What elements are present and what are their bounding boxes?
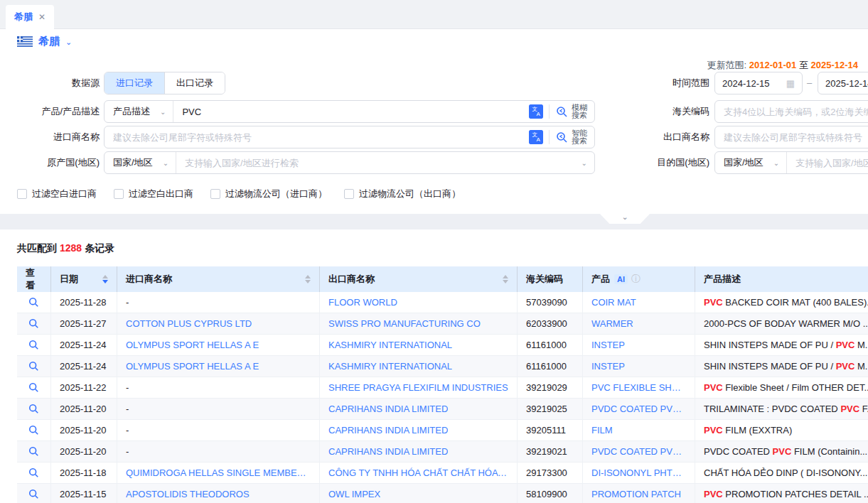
segment-export-records[interactable]: 出口记录 xyxy=(164,72,225,94)
view-record-button[interactable] xyxy=(28,361,39,372)
smart-search-button[interactable]: 智能 搜索 xyxy=(550,126,594,148)
view-record-button[interactable] xyxy=(28,425,39,436)
hs-code-input[interactable] xyxy=(715,107,868,117)
info-icon[interactable]: ⓘ xyxy=(631,273,641,286)
product-cell: INSTEP xyxy=(583,356,695,377)
product-cell: DI-ISONONYL PHTHA... xyxy=(583,463,695,484)
breadcrumb[interactable]: 希腊 ⌄ xyxy=(17,35,72,48)
search-icon xyxy=(28,425,39,436)
date-start-input-box[interactable]: ▦ xyxy=(714,72,803,94)
chevron-down-icon: ⌄ xyxy=(163,159,168,167)
sort-icon[interactable] xyxy=(497,275,508,283)
date-end-input-box[interactable] xyxy=(818,72,868,94)
segment-import-records[interactable]: 进口记录 xyxy=(105,72,164,94)
exporter-cell: CÔNG TY TNHH HÓA CHẤT CHẤT HÓA DẺ... xyxy=(320,463,518,484)
importer-link[interactable]: COTTON PLUS CYPRUS LTD xyxy=(126,318,252,329)
importer-link[interactable]: OLYMPUS SPORT HELLAS A E xyxy=(126,340,259,350)
description-cell: PVC FILM (EXXTRA) xyxy=(695,420,868,441)
exporter-link[interactable]: KASHMIRY INTERNATIONAL xyxy=(328,361,452,372)
exporter-link[interactable]: SHREE PRAGYA FLEXIFILM INDUSTRIES xyxy=(328,382,508,393)
exporter-link[interactable]: FLOOR WORLD xyxy=(328,297,397,308)
exporter-link[interactable]: CÔNG TY TNHH HÓA CHẤT CHẤT HÓA DẺ... xyxy=(328,467,508,478)
checkbox-filter-logistics-importer[interactable]: 过滤物流公司（进口商） xyxy=(210,188,327,200)
importer-link[interactable]: QUIMIDROGA HELLAS SINGLE MEMBER PC xyxy=(126,467,311,478)
hs-code-cell: 61161000 xyxy=(518,335,583,356)
importer-link[interactable]: OLYMPUS SPORT HELLAS A E xyxy=(126,361,259,372)
view-record-button[interactable] xyxy=(28,382,39,393)
col-header-exporter[interactable]: 出口商名称 xyxy=(320,266,518,292)
search-icon xyxy=(28,489,39,499)
date-end-input[interactable] xyxy=(825,78,868,89)
sort-icon[interactable] xyxy=(299,275,311,283)
sort-icon[interactable] xyxy=(97,275,108,283)
exporter-link[interactable]: CAPRIHANS INDIA LIMITED xyxy=(328,404,448,414)
checkbox-icon[interactable] xyxy=(114,189,124,199)
greece-flag-icon xyxy=(17,36,33,47)
checkbox-icon[interactable] xyxy=(344,189,354,199)
checkbox-filter-blank-importer[interactable]: 过滤空白进口商 xyxy=(17,188,97,200)
dest-country-select[interactable]: 国家/地区⌄ xyxy=(715,152,787,173)
view-record-button[interactable] xyxy=(28,489,39,499)
view-record-button[interactable] xyxy=(28,318,39,329)
fuzzy-search-button[interactable]: 模糊 搜索 xyxy=(550,101,594,122)
exporter-link[interactable]: OWL IMPEX xyxy=(328,489,380,499)
product-link[interactable]: PVDC COATED PVC FIL... xyxy=(591,404,686,414)
col-header-importer[interactable]: 进口商名称 xyxy=(117,266,320,292)
table-row: 2025-11-20-CAPRIHANS INDIA LIMITED392190… xyxy=(17,399,868,420)
exporter-link[interactable]: CAPRIHANS INDIA LIMITED xyxy=(328,446,448,457)
keyword-highlight: PVC xyxy=(704,382,723,393)
svg-text:A: A xyxy=(537,136,541,143)
exporter-input[interactable] xyxy=(715,132,868,143)
product-link[interactable]: INSTEP xyxy=(591,340,625,350)
hs-code-cell: 29173300 xyxy=(518,463,583,484)
dest-country-input[interactable] xyxy=(787,158,868,168)
table-row: 2025-11-15APOSTOLIDIS THEODOROSOWL IMPEX… xyxy=(17,484,868,503)
view-record-button[interactable] xyxy=(28,340,39,350)
product-link[interactable]: WARMER xyxy=(591,318,633,329)
product-field-select[interactable]: 产品描述⌄ xyxy=(105,101,173,122)
product-link[interactable]: FILM xyxy=(591,425,613,436)
chevron-down-icon: ⌄ xyxy=(160,108,166,116)
exporter-link[interactable]: SWISS PRO MANUFACTURING CO xyxy=(328,318,481,329)
product-link[interactable]: INSTEP xyxy=(591,361,625,372)
checkbox-icon[interactable] xyxy=(17,189,27,199)
origin-country-select[interactable]: 国家/地区⌄ xyxy=(105,152,176,173)
date-cell: 2025-11-24 xyxy=(51,335,117,356)
view-record-button[interactable] xyxy=(28,297,39,308)
tab-greece[interactable]: 希腊 ✕ xyxy=(6,5,54,29)
origin-country-input[interactable] xyxy=(176,158,582,168)
search-icon xyxy=(28,297,39,308)
product-link[interactable]: DI-ISONONYL PHTHA... xyxy=(591,467,686,478)
keyword-highlight: PVC xyxy=(773,446,792,457)
origin-country-label: 原产国(地区) xyxy=(0,151,100,174)
checkbox-icon[interactable] xyxy=(210,189,220,199)
close-icon[interactable]: ✕ xyxy=(38,12,45,22)
product-link[interactable]: PROMOTION PATCH xyxy=(591,489,681,499)
translate-icon[interactable]: 文 A xyxy=(529,104,543,119)
product-label: 产品/产品描述 xyxy=(0,100,100,123)
col-header-date[interactable]: 日期 xyxy=(51,266,117,292)
product-link[interactable]: PVDC COATED PVC FIL... xyxy=(591,446,686,457)
product-search-input[interactable] xyxy=(173,107,529,117)
product-link[interactable]: COIR MAT xyxy=(591,297,636,308)
calendar-icon: ▦ xyxy=(786,78,795,89)
translate-icon[interactable]: 文 A xyxy=(529,130,543,144)
checkbox-filter-logistics-exporter[interactable]: 过滤物流公司（出口商） xyxy=(344,188,461,200)
importer-input[interactable] xyxy=(105,132,529,143)
view-record-button[interactable] xyxy=(28,446,39,457)
keyword-highlight: PVC xyxy=(704,297,723,308)
view-record-button[interactable] xyxy=(28,404,39,414)
exporter-link[interactable]: CAPRIHANS INDIA LIMITED xyxy=(328,425,448,436)
hs-code-input-box xyxy=(714,100,868,123)
description-cell: PVC Flexible Sheet / Film OTHER DET... xyxy=(695,377,868,399)
chevron-down-icon: ⌄ xyxy=(582,159,594,167)
search-icon xyxy=(28,361,39,372)
exporter-link[interactable]: KASHMIRY INTERNATIONAL xyxy=(328,340,452,350)
importer-link[interactable]: APOSTOLIDIS THEODOROS xyxy=(126,489,250,499)
checkbox-filter-blank-exporter[interactable]: 过滤空白出口商 xyxy=(114,188,193,200)
date-start-input[interactable] xyxy=(722,78,782,89)
panel-gap xyxy=(0,214,868,229)
product-link[interactable]: PVC FLEXIBLE SHEET F... xyxy=(591,382,686,393)
description-cell: PVC BACKED COIR MAT (400 BALES)... xyxy=(695,292,868,313)
view-record-button[interactable] xyxy=(28,467,39,478)
